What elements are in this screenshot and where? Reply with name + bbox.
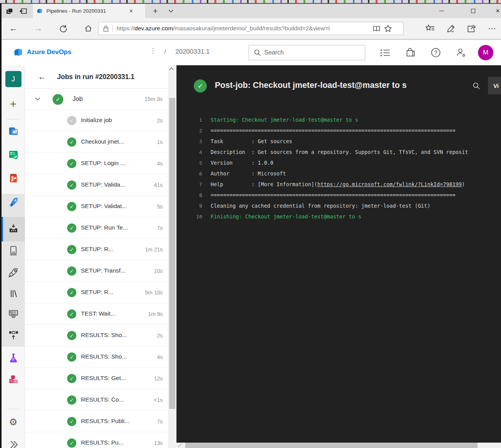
step-row[interactable]: ✓ RESULTS: Sho... 2s xyxy=(25,325,168,346)
set-aside-tabs-icon[interactable] xyxy=(5,6,15,16)
step-row[interactable]: ✓ SETUP: Valida... 41s xyxy=(25,174,168,196)
help-icon[interactable]: ? xyxy=(429,47,442,58)
step-row[interactable]: ✓ RESULTS: Get... 12s xyxy=(25,368,168,389)
step-row[interactable]: ✓ SETUP: Login ... 4s xyxy=(25,153,168,174)
step-name: SETUP: Login ... xyxy=(81,160,125,167)
deployment-groups-icon[interactable] xyxy=(2,330,25,340)
scrollbar-thumb[interactable] xyxy=(185,443,478,448)
forward-icon[interactable]: → xyxy=(33,23,44,34)
breadcrumb-run-number[interactable]: 20200331.1 xyxy=(175,48,210,56)
step-row[interactable]: ✓ TEST: Wait... 1m 9s xyxy=(25,303,168,325)
url-text: https://dev.azure.com/masaosakurai/jmete… xyxy=(117,25,371,32)
tasklist-icon[interactable] xyxy=(379,47,392,58)
project-avatar[interactable]: J xyxy=(2,71,25,87)
log-line-text: Description : Get sources from a reposit… xyxy=(211,149,468,155)
url-input[interactable]: https://dev.azure.com/masaosakurai/jmete… xyxy=(98,22,404,35)
favorite-star-icon[interactable] xyxy=(382,25,394,32)
back-arrow-icon[interactable]: ← xyxy=(38,72,46,81)
refresh-icon[interactable] xyxy=(58,23,69,34)
log-horizontal-scrollbar[interactable] xyxy=(176,443,501,448)
pipelines-icon[interactable] xyxy=(2,197,25,208)
search-icon xyxy=(254,49,261,56)
step-duration: 1m 9s xyxy=(148,311,163,317)
window-close-button[interactable]: × xyxy=(489,4,501,18)
test-plans-icon[interactable] xyxy=(2,352,25,363)
share-icon[interactable] xyxy=(465,22,478,35)
hub-icon[interactable] xyxy=(424,22,437,35)
step-row[interactable]: ✓ SETUP: R... 1m 21s xyxy=(25,239,168,260)
back-icon[interactable]: ← xyxy=(8,23,19,34)
step-row[interactable]: ✓ SETUP: Transf... 10s xyxy=(25,260,168,282)
window-maximize-button[interactable] xyxy=(465,4,482,18)
step-status-success-icon: ✓ xyxy=(67,352,76,362)
step-status-success-icon: ✓ xyxy=(67,266,76,276)
repos-icon[interactable] xyxy=(2,173,25,183)
library-icon[interactable] xyxy=(2,289,25,298)
log-search-icon[interactable] xyxy=(470,80,482,91)
builds-icon[interactable] xyxy=(2,223,25,233)
new-tab-button[interactable]: + xyxy=(150,6,160,16)
more-actions-icon[interactable]: ⋯ xyxy=(486,22,499,35)
log-line: 5 Version : 1.0.0 xyxy=(176,157,501,168)
brand-title[interactable]: Azure DevOps xyxy=(27,48,71,56)
browser-tab[interactable]: Pipelines - Run 20200331 × xyxy=(32,4,146,18)
step-duration: 5s xyxy=(157,203,163,210)
search-input[interactable] xyxy=(264,49,356,56)
step-status-success-icon: ✓ xyxy=(67,288,76,297)
log-line-number: 8 xyxy=(176,192,202,198)
reading-view-icon[interactable] xyxy=(371,26,382,31)
deployments-icon[interactable] xyxy=(2,267,25,278)
tab-close-icon[interactable]: × xyxy=(129,8,133,15)
log-line: 9 Cleaning any cached credential from re… xyxy=(176,200,501,211)
step-status-success-icon: ✓ xyxy=(67,438,76,448)
step-status-success-icon: ✓ xyxy=(67,180,76,190)
log-line-text: Finishing: Checkout jmeter-load-test@mas… xyxy=(211,213,361,220)
step-row[interactable]: ✓ SETUP: Run Te... 7s xyxy=(25,217,168,239)
step-name: Initialize job xyxy=(81,117,112,124)
step-name: TEST: Wait... xyxy=(81,310,115,317)
window-minimize-button[interactable] xyxy=(433,4,450,18)
step-status-success-icon: ✓ xyxy=(67,159,76,168)
step-row[interactable]: ✓ Initialize job 2s xyxy=(25,110,168,131)
step-row[interactable]: ✓ Checkout jmet... 1s xyxy=(25,131,168,153)
log-line-number: 2 xyxy=(176,128,202,134)
home-icon[interactable] xyxy=(82,23,94,34)
log-link[interactable]: https://go.microsoft.com/fwlink/?LinkId=… xyxy=(317,181,461,187)
azure-devops-logo-icon[interactable] xyxy=(13,47,24,58)
log-status-success-icon: ✓ xyxy=(194,79,207,93)
step-row[interactable]: ✓ RESULTS: Co... <1s xyxy=(25,389,168,411)
jobs-scrollbar[interactable] xyxy=(168,65,176,448)
panel-resize-gripper[interactable] xyxy=(177,443,183,448)
scrollbar-thumb[interactable] xyxy=(169,98,175,409)
jobs-panel: ← Jobs in run #20200331.1 ✓ Job 15m 3s ✓… xyxy=(25,65,168,448)
releases-icon[interactable] xyxy=(2,246,25,256)
header-search-box[interactable] xyxy=(249,45,365,60)
log-line-number: 9 xyxy=(176,203,202,209)
step-row[interactable]: ✓ RESULTS: Pu... 13s xyxy=(25,432,168,448)
job-row[interactable]: ✓ Job 15m 3s xyxy=(25,88,168,110)
log-line-number: 10 xyxy=(176,214,202,220)
artifacts-icon[interactable] xyxy=(2,374,25,385)
user-avatar[interactable]: M xyxy=(478,45,493,60)
svg-text:?: ? xyxy=(434,50,437,56)
step-row[interactable]: ✓ SETUP: Validat... 5s xyxy=(25,196,168,217)
expand-icon[interactable] xyxy=(2,440,25,448)
tab-preview-chevron-icon[interactable] xyxy=(166,6,176,16)
marketplace-bag-icon[interactable] xyxy=(404,47,417,58)
overview-icon[interactable] xyxy=(2,126,25,137)
view-raw-log-button[interactable]: Vi xyxy=(488,77,501,94)
settings-gear-icon[interactable]: ⚙ xyxy=(2,417,25,428)
step-row[interactable]: ✓ RESULTS: Publi... 7s xyxy=(25,411,168,432)
chevron-down-icon[interactable] xyxy=(35,97,40,101)
boards-icon[interactable] xyxy=(2,150,25,160)
breadcrumb-ellipsis-icon[interactable]: ⋮ xyxy=(150,47,156,55)
restore-tabs-icon[interactable] xyxy=(18,6,28,16)
web-note-icon[interactable] xyxy=(445,22,458,35)
task-groups-icon[interactable] xyxy=(2,309,25,319)
step-row[interactable]: ✓ SETUP: R... 5m 10s xyxy=(25,282,168,303)
chevron-up-icon[interactable] xyxy=(169,67,174,70)
step-row[interactable]: ✓ RESULTS: Sho... 4s xyxy=(25,346,168,368)
step-name: RESULTS: Co... xyxy=(81,396,124,403)
add-project-item-button[interactable]: + xyxy=(2,98,25,110)
user-settings-icon[interactable]: ⚙ xyxy=(455,47,468,58)
